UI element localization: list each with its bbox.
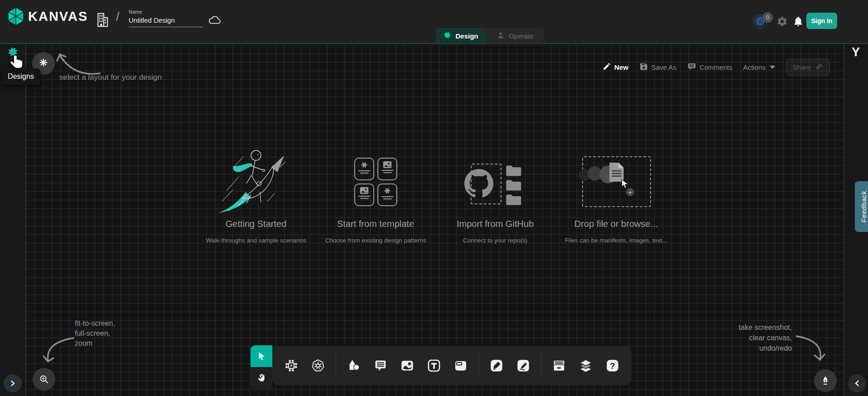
layer5-y-logo[interactable]: Y	[852, 45, 860, 59]
drop-file-image: +	[557, 147, 675, 215]
zoom-controls-button[interactable]	[33, 368, 55, 391]
pointer-tool-column	[251, 345, 272, 389]
save-icon	[639, 62, 648, 72]
hand-icon	[256, 372, 267, 383]
dock-divider	[478, 353, 479, 378]
tool-text-button[interactable]	[425, 357, 443, 375]
comment-bubble-icon	[687, 62, 696, 72]
bottom-left-hint-text: fit-to-screen, full-screen, zoom	[75, 319, 115, 348]
github-octocat-icon	[464, 169, 493, 200]
layout-hint-text: select a layout for your design	[59, 73, 162, 82]
folder-icon	[505, 193, 522, 208]
bell-icon[interactable]	[792, 15, 804, 29]
tool-drawer-button[interactable]	[550, 357, 568, 375]
tab-design[interactable]: Design	[436, 28, 486, 43]
operator-person-icon	[496, 31, 505, 41]
notification-count-badge: 0	[762, 12, 773, 23]
collapse-right-panel-button[interactable]	[848, 374, 866, 392]
tab-design-label: Design	[455, 32, 478, 40]
tab-operate[interactable]: Operate	[486, 28, 544, 43]
design-name-block: Name	[129, 9, 203, 27]
mode-tab-group: Design Operate	[436, 28, 544, 43]
dock-divider	[541, 353, 541, 378]
card-title: Start from template	[317, 219, 434, 229]
organization-icon[interactable]	[94, 11, 111, 31]
card-import-from-github[interactable]: Import from GitHub Connect to your repo(…	[436, 147, 554, 251]
kanvas-app: Y KANVAS	[0, 0, 868, 396]
tool-shapes-button[interactable]	[345, 357, 363, 375]
actions-dropdown[interactable]: Actions	[743, 63, 775, 71]
design-name-input[interactable]	[129, 15, 203, 27]
template-tiles-image	[317, 147, 434, 215]
new-button[interactable]: New	[603, 62, 628, 72]
tab-operate-label: Operate	[509, 32, 533, 40]
rocket-doodle-image	[197, 147, 315, 215]
note-icon	[453, 358, 468, 373]
canvas-action-bar: New Save As Comments A	[603, 59, 830, 75]
card-drop-file[interactable]: + Drop file or browse... Files can be ma…	[557, 147, 675, 251]
text-icon	[427, 358, 441, 373]
bottom-right-hint-text: take screenshot, clear canvas, undo/redo	[701, 322, 792, 353]
tool-pencil-button[interactable]	[514, 357, 532, 375]
pencil-draw-icon	[516, 358, 530, 373]
tool-pen-button[interactable]	[487, 357, 506, 375]
app-header: KANVAS / Name	[0, 0, 868, 44]
drawer-icon	[551, 358, 567, 373]
cursor-icon	[256, 351, 267, 362]
tool-image-button[interactable]	[398, 357, 416, 375]
tool-note-button[interactable]	[452, 357, 470, 375]
tool-dock-bar: ?	[272, 346, 632, 385]
card-subtitle: Walk-throughs and sample scenarios	[197, 237, 315, 244]
kanvas-logo-icon[interactable]	[6, 6, 26, 29]
tool-comment-button[interactable]	[371, 357, 390, 375]
expand-left-panel-button[interactable]	[4, 374, 22, 392]
pen-icon	[489, 358, 504, 373]
comments-button[interactable]: Comments	[687, 62, 733, 72]
canvas-utilities-button[interactable]	[814, 369, 837, 392]
tool-component-button[interactable]	[282, 357, 300, 375]
hand-cursor-pointer	[8, 53, 25, 74]
tool-select-button[interactable]	[251, 345, 272, 367]
hint-arrow-screenshot	[794, 332, 829, 368]
left-rail	[0, 44, 26, 396]
kanvas-logo-text: KANVAS	[28, 9, 88, 24]
tool-dock: ?	[251, 345, 632, 389]
feedback-label: Feedback	[860, 191, 868, 222]
folder-icon	[505, 179, 522, 193]
kanvas-spiral-icon	[443, 31, 452, 41]
shapes-icon	[347, 358, 361, 373]
name-field-label: Name	[129, 9, 203, 14]
card-title: Getting Started	[197, 219, 315, 229]
card-title: Drop file or browse...	[557, 219, 675, 229]
template-tile	[377, 184, 397, 206]
card-subtitle: Choose from existing design patterns	[317, 237, 434, 244]
template-tile	[377, 158, 397, 180]
breadcrumb-separator: /	[116, 10, 120, 24]
share-button[interactable]: Share	[786, 59, 830, 76]
folder-icon	[505, 164, 522, 179]
layers-icon	[578, 358, 593, 373]
github-import-image	[436, 147, 554, 215]
link-icon	[815, 63, 823, 72]
plus-badge-icon: +	[626, 188, 634, 196]
gear-icon[interactable]	[776, 16, 788, 29]
card-title: Import from GitHub	[436, 219, 554, 229]
snowflake-layout-icon	[39, 58, 48, 69]
tool-layers-button[interactable]	[577, 357, 595, 375]
cloud-sync-icon[interactable]	[208, 14, 222, 27]
dock-divider	[336, 353, 336, 378]
tool-pan-button[interactable]	[251, 367, 272, 389]
save-as-button[interactable]: Save As	[639, 62, 676, 72]
tool-kubernetes-button[interactable]	[309, 357, 327, 375]
card-getting-started[interactable]: Getting Started Walk-throughs and sample…	[197, 147, 315, 251]
save-as-label: Save As	[651, 63, 676, 71]
component-chip-icon	[284, 358, 299, 373]
card-start-from-template[interactable]: Start from template Choose from existing…	[317, 147, 434, 251]
hint-arrow-zoom	[40, 334, 77, 371]
template-tile	[354, 158, 374, 180]
actions-label: Actions	[743, 63, 765, 71]
tool-help-button[interactable]: ?	[603, 357, 622, 375]
sign-in-button[interactable]: Sign In	[806, 13, 837, 29]
card-subtitle: Connect to your repo(s)	[436, 237, 554, 244]
feedback-tab[interactable]: Feedback	[855, 181, 868, 232]
